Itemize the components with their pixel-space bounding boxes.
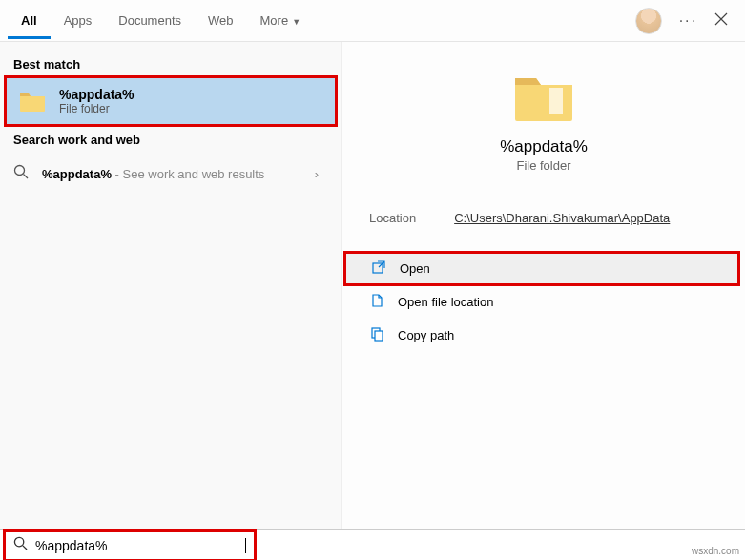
web-query: %appdata%: [42, 167, 112, 181]
open-icon: [371, 259, 386, 278]
web-search-result[interactable]: %appdata% - See work and web results ›: [0, 153, 341, 195]
main-content: Best match %appdata% File folder Search …: [0, 42, 745, 529]
open-label: Open: [400, 261, 430, 276]
tab-documents[interactable]: Documents: [105, 3, 195, 39]
watermark: wsxdn.com: [692, 546, 739, 556]
result-subtitle: File folder: [59, 102, 135, 115]
svg-point-0: [15, 166, 25, 176]
chevron-right-icon: ›: [315, 167, 328, 181]
search-icon: [13, 536, 28, 554]
tab-apps[interactable]: Apps: [51, 3, 106, 39]
user-avatar[interactable]: [635, 8, 662, 34]
tab-more[interactable]: More▼: [247, 3, 315, 39]
result-title: %appdata%: [59, 87, 135, 102]
folder-icon-large: [362, 71, 726, 128]
tab-web[interactable]: Web: [195, 3, 247, 39]
copy-path-label: Copy path: [398, 328, 454, 342]
open-action[interactable]: Open: [344, 252, 739, 285]
more-options-button[interactable]: ···: [679, 12, 697, 30]
search-icon: [13, 164, 29, 183]
svg-rect-1: [549, 88, 563, 114]
copy-path-action[interactable]: Copy path: [342, 319, 745, 352]
preview-header: %appdata% File folder: [342, 71, 745, 173]
results-panel: Best match %appdata% File folder Search …: [0, 42, 341, 529]
taskbar-search: [0, 529, 745, 560]
location-value[interactable]: C:\Users\Dharani.Shivakumar\AppData: [454, 211, 670, 225]
web-result-text: %appdata% - See work and web results: [42, 167, 301, 181]
tab-more-label: More: [260, 13, 289, 28]
best-match-result[interactable]: %appdata% File folder: [6, 77, 336, 125]
search-work-web-label: Search work and web: [0, 125, 341, 153]
preview-title: %appdata%: [362, 137, 726, 156]
folder-icon: [19, 90, 46, 113]
search-input[interactable]: [35, 538, 246, 553]
close-icon: [714, 12, 728, 26]
preview-actions: Open Open file location Copy path: [342, 252, 745, 352]
open-file-location-action[interactable]: Open file location: [342, 285, 745, 319]
open-location-label: Open file location: [398, 295, 493, 309]
top-bar: All Apps Documents Web More▼ ···: [0, 0, 745, 42]
best-match-label: Best match: [0, 50, 341, 77]
chevron-down-icon: ▼: [292, 17, 300, 27]
search-box[interactable]: [6, 532, 254, 559]
preview-panel: %appdata% File folder Location C:\Users\…: [341, 42, 745, 529]
location-label: Location: [369, 211, 416, 225]
tab-all[interactable]: All: [8, 3, 51, 39]
web-hint: - See work and web results: [112, 167, 264, 181]
topbar-right: ···: [635, 8, 737, 34]
preview-details: Location C:\Users\Dharani.Shivakumar\App…: [342, 211, 745, 225]
file-location-icon: [369, 293, 384, 311]
svg-rect-4: [375, 331, 383, 341]
filter-tabs: All Apps Documents Web More▼: [8, 3, 314, 39]
close-button[interactable]: [714, 12, 728, 30]
result-text: %appdata% File folder: [59, 87, 135, 115]
svg-point-5: [14, 537, 23, 546]
copy-icon: [369, 326, 384, 344]
preview-subtitle: File folder: [362, 158, 726, 173]
